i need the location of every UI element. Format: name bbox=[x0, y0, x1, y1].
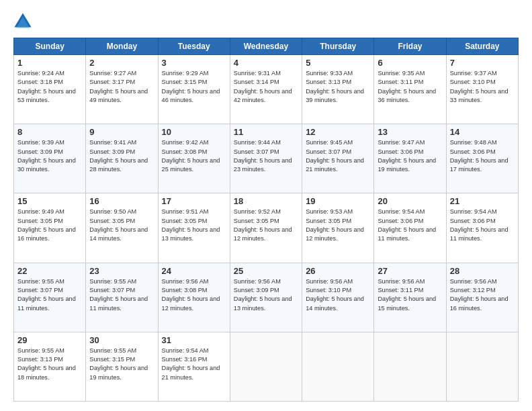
day-number: 25 bbox=[234, 266, 298, 276]
day-number: 17 bbox=[162, 196, 226, 206]
calendar-header-wednesday: Wednesday bbox=[230, 38, 302, 55]
cell-details: Sunrise: 9:29 AMSunset: 3:15 PMDaylight:… bbox=[162, 69, 226, 105]
calendar-cell: 8Sunrise: 9:39 AMSunset: 3:09 PMDaylight… bbox=[14, 124, 86, 193]
calendar-header-thursday: Thursday bbox=[302, 38, 374, 55]
cell-details: Sunrise: 9:55 AMSunset: 3:07 PMDaylight:… bbox=[89, 277, 154, 313]
cell-details: Sunrise: 9:45 AMSunset: 3:07 PMDaylight:… bbox=[306, 138, 370, 174]
calendar-week-4: 22Sunrise: 9:55 AMSunset: 3:07 PMDayligh… bbox=[14, 263, 519, 332]
calendar-cell: 28Sunrise: 9:56 AMSunset: 3:12 PMDayligh… bbox=[446, 263, 518, 332]
calendar-header-saturday: Saturday bbox=[446, 38, 518, 55]
calendar-cell: 3Sunrise: 9:29 AMSunset: 3:15 PMDaylight… bbox=[158, 55, 230, 124]
cell-details: Sunrise: 9:55 AMSunset: 3:07 PMDaylight:… bbox=[17, 277, 82, 313]
calendar-cell: 4Sunrise: 9:31 AMSunset: 3:14 PMDaylight… bbox=[230, 55, 302, 124]
cell-details: Sunrise: 9:56 AMSunset: 3:10 PMDaylight:… bbox=[306, 277, 370, 313]
cell-details: Sunrise: 9:53 AMSunset: 3:05 PMDaylight:… bbox=[306, 208, 370, 243]
calendar-cell: 9Sunrise: 9:41 AMSunset: 3:09 PMDaylight… bbox=[86, 124, 158, 193]
day-number: 8 bbox=[17, 127, 82, 137]
day-number: 29 bbox=[17, 335, 82, 345]
cell-details: Sunrise: 9:47 AMSunset: 3:06 PMDaylight:… bbox=[378, 138, 442, 174]
cell-details: Sunrise: 9:35 AMSunset: 3:11 PMDaylight:… bbox=[378, 69, 442, 105]
calendar-cell: 24Sunrise: 9:56 AMSunset: 3:08 PMDayligh… bbox=[158, 263, 230, 332]
day-number: 21 bbox=[450, 196, 515, 206]
calendar-cell: 12Sunrise: 9:45 AMSunset: 3:07 PMDayligh… bbox=[302, 124, 374, 193]
day-number: 31 bbox=[162, 335, 226, 345]
calendar-header-friday: Friday bbox=[374, 38, 446, 55]
calendar-cell: 11Sunrise: 9:44 AMSunset: 3:07 PMDayligh… bbox=[230, 124, 302, 193]
calendar-cell: 10Sunrise: 9:42 AMSunset: 3:08 PMDayligh… bbox=[158, 124, 230, 193]
calendar-cell: 26Sunrise: 9:56 AMSunset: 3:10 PMDayligh… bbox=[302, 263, 374, 332]
day-number: 26 bbox=[306, 266, 370, 276]
cell-details: Sunrise: 9:41 AMSunset: 3:09 PMDaylight:… bbox=[89, 138, 154, 174]
day-number: 19 bbox=[306, 196, 370, 206]
cell-details: Sunrise: 9:48 AMSunset: 3:06 PMDaylight:… bbox=[450, 138, 515, 174]
day-number: 20 bbox=[378, 196, 442, 206]
calendar-cell: 6Sunrise: 9:35 AMSunset: 3:11 PMDaylight… bbox=[374, 55, 446, 124]
cell-details: Sunrise: 9:51 AMSunset: 3:05 PMDaylight:… bbox=[162, 208, 226, 243]
logo-icon bbox=[13, 12, 32, 31]
calendar-week-3: 15Sunrise: 9:49 AMSunset: 3:05 PMDayligh… bbox=[14, 193, 519, 263]
calendar-cell: 19Sunrise: 9:53 AMSunset: 3:05 PMDayligh… bbox=[302, 193, 374, 263]
day-number: 30 bbox=[89, 335, 154, 345]
calendar-cell: 17Sunrise: 9:51 AMSunset: 3:05 PMDayligh… bbox=[158, 193, 230, 263]
calendar-table: SundayMondayTuesdayWednesdayThursdayFrid… bbox=[13, 38, 519, 402]
cell-details: Sunrise: 9:56 AMSunset: 3:08 PMDaylight:… bbox=[162, 277, 226, 313]
cell-details: Sunrise: 9:55 AMSunset: 3:13 PMDaylight:… bbox=[17, 347, 82, 382]
day-number: 5 bbox=[306, 58, 370, 68]
calendar-cell: 5Sunrise: 9:33 AMSunset: 3:13 PMDaylight… bbox=[302, 55, 374, 124]
calendar-cell bbox=[446, 332, 518, 401]
cell-details: Sunrise: 9:52 AMSunset: 3:05 PMDaylight:… bbox=[234, 208, 298, 243]
cell-details: Sunrise: 9:24 AMSunset: 3:18 PMDaylight:… bbox=[17, 69, 82, 105]
calendar-header-tuesday: Tuesday bbox=[158, 38, 230, 55]
calendar-cell: 31Sunrise: 9:54 AMSunset: 3:16 PMDayligh… bbox=[158, 332, 230, 401]
calendar-cell: 29Sunrise: 9:55 AMSunset: 3:13 PMDayligh… bbox=[14, 332, 86, 401]
calendar-cell bbox=[230, 332, 302, 401]
calendar-body: 1Sunrise: 9:24 AMSunset: 3:18 PMDaylight… bbox=[14, 55, 519, 402]
calendar-cell: 2Sunrise: 9:27 AMSunset: 3:17 PMDaylight… bbox=[86, 55, 158, 124]
day-number: 4 bbox=[234, 58, 298, 68]
page: SundayMondayTuesdayWednesdayThursdayFrid… bbox=[0, 0, 532, 411]
cell-details: Sunrise: 9:50 AMSunset: 3:05 PMDaylight:… bbox=[89, 208, 154, 243]
day-number: 13 bbox=[378, 127, 442, 137]
calendar-cell: 15Sunrise: 9:49 AMSunset: 3:05 PMDayligh… bbox=[14, 193, 86, 263]
calendar-week-2: 8Sunrise: 9:39 AMSunset: 3:09 PMDaylight… bbox=[14, 124, 519, 193]
cell-details: Sunrise: 9:44 AMSunset: 3:07 PMDaylight:… bbox=[234, 138, 298, 174]
cell-details: Sunrise: 9:56 AMSunset: 3:09 PMDaylight:… bbox=[234, 277, 298, 313]
calendar-week-5: 29Sunrise: 9:55 AMSunset: 3:13 PMDayligh… bbox=[14, 332, 519, 401]
logo bbox=[13, 12, 35, 31]
day-number: 7 bbox=[450, 58, 515, 68]
cell-details: Sunrise: 9:54 AMSunset: 3:06 PMDaylight:… bbox=[450, 208, 515, 243]
cell-details: Sunrise: 9:33 AMSunset: 3:13 PMDaylight:… bbox=[306, 69, 370, 105]
cell-details: Sunrise: 9:39 AMSunset: 3:09 PMDaylight:… bbox=[17, 138, 82, 174]
day-number: 27 bbox=[378, 266, 442, 276]
day-number: 24 bbox=[162, 266, 226, 276]
day-number: 22 bbox=[17, 266, 82, 276]
calendar-cell: 25Sunrise: 9:56 AMSunset: 3:09 PMDayligh… bbox=[230, 263, 302, 332]
day-number: 3 bbox=[162, 58, 226, 68]
day-number: 15 bbox=[17, 196, 82, 206]
cell-details: Sunrise: 9:49 AMSunset: 3:05 PMDaylight:… bbox=[17, 208, 82, 243]
day-number: 9 bbox=[89, 127, 154, 137]
calendar-cell: 18Sunrise: 9:52 AMSunset: 3:05 PMDayligh… bbox=[230, 193, 302, 263]
calendar-cell: 16Sunrise: 9:50 AMSunset: 3:05 PMDayligh… bbox=[86, 193, 158, 263]
day-number: 28 bbox=[450, 266, 515, 276]
day-number: 2 bbox=[89, 58, 154, 68]
calendar-week-1: 1Sunrise: 9:24 AMSunset: 3:18 PMDaylight… bbox=[14, 55, 519, 124]
calendar-cell: 13Sunrise: 9:47 AMSunset: 3:06 PMDayligh… bbox=[374, 124, 446, 193]
cell-details: Sunrise: 9:54 AMSunset: 3:06 PMDaylight:… bbox=[378, 208, 442, 243]
day-number: 23 bbox=[89, 266, 154, 276]
calendar-cell: 7Sunrise: 9:37 AMSunset: 3:10 PMDaylight… bbox=[446, 55, 518, 124]
header bbox=[13, 12, 519, 31]
calendar-cell: 22Sunrise: 9:55 AMSunset: 3:07 PMDayligh… bbox=[14, 263, 86, 332]
calendar-header-row: SundayMondayTuesdayWednesdayThursdayFrid… bbox=[14, 38, 519, 55]
cell-details: Sunrise: 9:37 AMSunset: 3:10 PMDaylight:… bbox=[450, 69, 515, 105]
calendar-cell: 20Sunrise: 9:54 AMSunset: 3:06 PMDayligh… bbox=[374, 193, 446, 263]
cell-details: Sunrise: 9:42 AMSunset: 3:08 PMDaylight:… bbox=[162, 138, 226, 174]
cell-details: Sunrise: 9:56 AMSunset: 3:11 PMDaylight:… bbox=[378, 277, 442, 313]
day-number: 1 bbox=[17, 58, 82, 68]
cell-details: Sunrise: 9:31 AMSunset: 3:14 PMDaylight:… bbox=[234, 69, 298, 105]
calendar-cell: 27Sunrise: 9:56 AMSunset: 3:11 PMDayligh… bbox=[374, 263, 446, 332]
day-number: 12 bbox=[306, 127, 370, 137]
calendar-cell: 30Sunrise: 9:55 AMSunset: 3:15 PMDayligh… bbox=[86, 332, 158, 401]
calendar-cell bbox=[374, 332, 446, 401]
day-number: 16 bbox=[89, 196, 154, 206]
